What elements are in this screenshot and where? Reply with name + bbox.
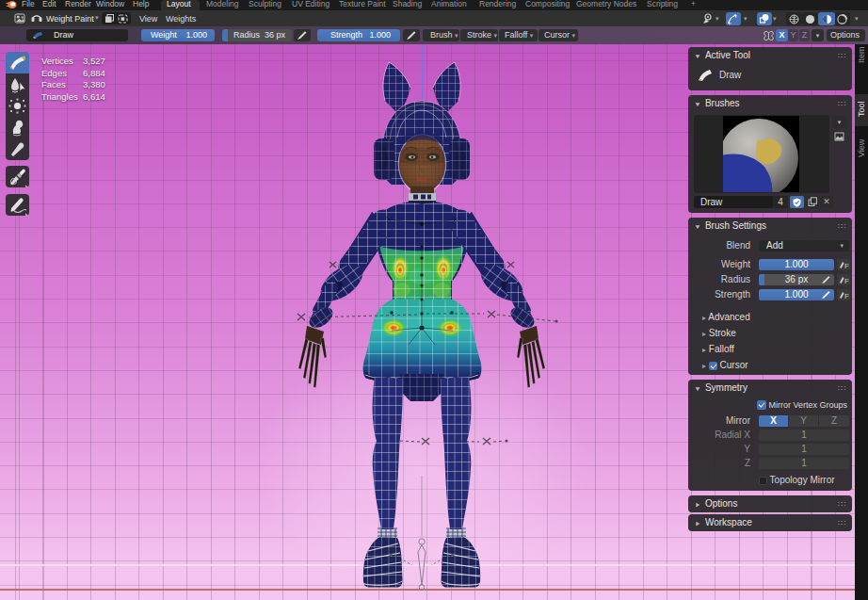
svg-text:F: F bbox=[844, 262, 849, 270]
svg-text:F: F bbox=[844, 277, 849, 285]
svg-text:F: F bbox=[844, 292, 849, 300]
